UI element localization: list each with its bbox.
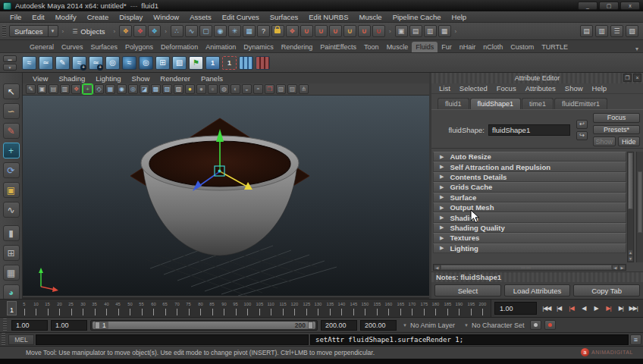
timeline-tick[interactable]: 15 xyxy=(43,301,52,315)
expand-arrow-icon[interactable]: ▶ xyxy=(440,224,444,231)
expand-arrow-icon[interactable]: ▶ xyxy=(440,245,444,251)
notes-header[interactable]: Notes: fluidShape1 xyxy=(431,272,643,282)
attribute-section-header[interactable]: ▶ Shading xyxy=(433,212,626,222)
shelf-3d-container-cube-icon[interactable]: ▧ xyxy=(172,56,187,70)
timeline-tick[interactable]: 75 xyxy=(184,301,193,315)
xray-icon[interactable]: ◒ xyxy=(242,84,252,94)
node-tab[interactable]: fluid1 xyxy=(438,98,469,109)
shelf-tab[interactable]: Curves xyxy=(58,42,87,52)
textured-icon[interactable]: ◉ xyxy=(117,84,127,94)
objects-menu[interactable]: ☰ Objects xyxy=(67,25,109,37)
scroll-left-icon[interactable]: ◀ xyxy=(612,265,619,270)
expand-arrow-icon[interactable]: ▶ xyxy=(440,164,444,170)
sections-horizontal-scrollbar[interactable]: ◀ ⋯⋯ ◀ ▶ xyxy=(433,264,626,271)
viewport-menu-item[interactable]: Panels xyxy=(196,74,228,83)
timeline-tick[interactable]: 165 xyxy=(396,301,405,315)
shelf-tab[interactable]: nCloth xyxy=(479,42,507,52)
expand-arrow-icon[interactable]: ▶ xyxy=(440,174,444,180)
range-start-handle[interactable] xyxy=(95,322,100,329)
shelf-tab[interactable]: TURTLE xyxy=(538,42,572,52)
current-frame-marker[interactable]: 1 xyxy=(7,301,17,315)
menu-item[interactable]: Window xyxy=(148,13,184,21)
select-curves-mask-icon[interactable]: ∿ xyxy=(185,25,198,37)
menu-item[interactable]: Surfaces xyxy=(265,13,304,21)
timeline-tick[interactable]: 35 xyxy=(90,301,99,315)
toolbar-grip[interactable] xyxy=(3,318,7,331)
group-divider[interactable]: › xyxy=(60,28,67,35)
shelf-tab[interactable]: Animation xyxy=(202,42,240,52)
select-rendering-mask-icon[interactable]: ▦ xyxy=(243,25,256,37)
shelf-tab[interactable]: PaintEffects xyxy=(316,42,360,52)
toolbar-grip[interactable] xyxy=(2,25,6,38)
make-live-icon[interactable]: ∪ xyxy=(372,25,385,37)
menu-item[interactable]: Create xyxy=(82,13,114,21)
timeline-ruler[interactable]: 1 5 10 15 20 25 30 xyxy=(0,300,491,317)
command-result[interactable]: setAttr fluidShape1.surfaceRender 1; xyxy=(310,334,629,345)
flat-lighting-icon[interactable]: ● xyxy=(196,84,206,94)
shelf-tab[interactable]: Custom xyxy=(507,42,538,52)
menu-item[interactable]: Edit NURBS xyxy=(303,13,353,21)
attribute-editor-menu-item[interactable]: Show xyxy=(560,84,588,93)
expand-arrow-icon[interactable]: ▶ xyxy=(440,194,444,200)
outliner-persp-layout-button[interactable]: ◕ xyxy=(3,284,20,300)
pane-layout-menu-button[interactable]: ▦ xyxy=(3,265,20,281)
timeline-tick[interactable]: 110 xyxy=(267,301,276,315)
timeline-tick[interactable]: 190 xyxy=(455,301,464,315)
shelf-tab[interactable]: Deformation xyxy=(157,42,202,52)
range-slider-track[interactable]: 1 200 xyxy=(90,320,318,331)
presets-button[interactable]: Presets* xyxy=(593,125,640,135)
go-to-start-button[interactable]: |◀◀ xyxy=(541,303,552,314)
scrollbar-thumb[interactable] xyxy=(628,152,633,209)
character-set-dropdown[interactable]: ▼ No Character Set xyxy=(461,322,527,329)
shelf-get-fluid-example-icon[interactable]: ◎ xyxy=(105,56,120,70)
screen-space-ao-icon[interactable]: ▩ xyxy=(151,84,161,94)
step-forward-key-button[interactable]: ▶| xyxy=(603,303,614,314)
isolate-select-icon[interactable]: ◓ xyxy=(253,84,263,94)
input-connection-icon[interactable]: ↩ xyxy=(576,120,588,129)
timeline-tick[interactable]: 150 xyxy=(361,301,370,315)
expand-arrow-icon[interactable]: ▶ xyxy=(440,205,444,211)
play-forwards-button[interactable]: ▶ xyxy=(591,303,602,314)
timeline-tick[interactable]: 85 xyxy=(208,301,217,315)
snap-to-projected-center-icon[interactable]: ∪ xyxy=(343,25,356,37)
paint-selection-tool-icon[interactable]: ✎ xyxy=(3,123,20,139)
footer-button[interactable]: Select xyxy=(434,284,501,297)
use-all-lights-icon[interactable]: ◎ xyxy=(128,84,138,94)
timeline-tick[interactable]: 5 xyxy=(20,301,29,315)
shelf-create-cache-icon[interactable] xyxy=(239,56,253,70)
range-end-handle[interactable] xyxy=(308,322,313,329)
sections-vertical-scrollbar[interactable]: ▲ ▼ xyxy=(627,152,634,262)
smooth-shade-icon[interactable]: ▦ xyxy=(105,84,115,94)
scrollbar-thumb[interactable] xyxy=(638,171,642,232)
shelf-tab[interactable]: Fluids xyxy=(412,42,438,52)
output-connection-icon[interactable]: ↪ xyxy=(576,131,588,140)
show-button[interactable]: Show xyxy=(593,136,616,146)
attribute-section-header[interactable]: ▶ Shading Quality xyxy=(433,223,626,233)
minimize-button[interactable]: _ xyxy=(578,2,598,10)
scroll-up-icon[interactable]: ▲ xyxy=(628,249,633,256)
timeline-tick[interactable]: 40 xyxy=(102,301,111,315)
attribute-section-header[interactable]: ▶ Lighting xyxy=(433,243,626,253)
shelf-tab[interactable]: Dynamics xyxy=(240,42,278,52)
menu-item[interactable]: Pipeline Cache xyxy=(387,13,447,21)
highlight-selection-icon[interactable]: ❖ xyxy=(286,25,299,37)
ipr-render-icon[interactable]: ▥ xyxy=(424,25,437,37)
timeline-tick[interactable]: 195 xyxy=(466,301,475,315)
shelf-options-icon[interactable]: ▬ xyxy=(3,55,17,62)
shelf-get-ocean-example-icon[interactable]: ◎ xyxy=(139,56,153,70)
select-by-component-icon[interactable]: ❖ xyxy=(148,25,161,37)
shelf-preview-plane-icon[interactable]: ⚑ xyxy=(189,56,203,70)
timeline-tick[interactable]: 70 xyxy=(173,301,182,315)
attribute-section-header[interactable]: ▶ Grids Cache xyxy=(433,182,626,192)
timeline-tick[interactable]: 65 xyxy=(161,301,170,315)
current-time-field[interactable]: 1.00 xyxy=(494,302,537,315)
attribute-section-header[interactable]: ▶ Self Attraction and Repulsion xyxy=(433,162,626,171)
timeline-tick[interactable]: 60 xyxy=(149,301,158,315)
shelf-arrow-icon[interactable]: ▼ xyxy=(3,64,17,71)
viewport-menu-item[interactable]: View xyxy=(27,74,53,83)
timeline-tick[interactable]: 90 xyxy=(220,301,229,315)
menu-item[interactable]: Modify xyxy=(50,13,82,21)
command-input[interactable] xyxy=(36,334,309,345)
animation-start-field[interactable]: 1.00 xyxy=(11,320,48,331)
step-back-key-button[interactable]: |◀ xyxy=(566,303,577,314)
